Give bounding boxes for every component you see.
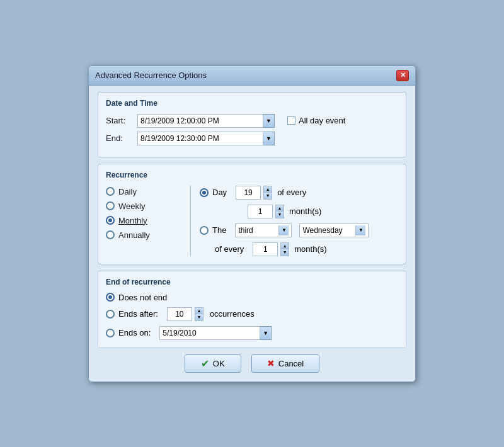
action-buttons: ✔ OK ✖ Cancel [98, 354, 406, 373]
third-dropdown-icon[interactable]: ▼ [278, 225, 289, 235]
third-value: third [238, 226, 253, 235]
ends-after-count-input[interactable] [167, 307, 192, 321]
the-month-spinner-buttons: ▲ ▼ [280, 242, 289, 256]
recurrence-settings: Day ▲ ▼ of every [200, 186, 398, 256]
day-radio[interactable] [200, 188, 209, 197]
day-spinner-group: ▲ ▼ of every [236, 186, 306, 200]
cancel-x-icon: ✖ [267, 358, 275, 368]
end-label: End: [106, 133, 137, 143]
title-bar: Advanced Recurrence Options ✕ [89, 66, 415, 86]
day-month-spinner-up[interactable]: ▲ [276, 205, 284, 212]
date-time-section: Date and Time Start: ▼ All day event End… [98, 92, 406, 157]
month-label-2: month(s) [294, 244, 326, 254]
the-month-spinner-up[interactable]: ▲ [281, 243, 289, 249]
ends-after-spinner-buttons: ▲ ▼ [195, 307, 203, 321]
ends-on-row: Ends on: ▼ [106, 326, 398, 340]
cancel-button[interactable]: ✖ Cancel [251, 354, 319, 373]
ends-on-date-input[interactable] [159, 326, 260, 340]
ends-on-label: Ends on: [118, 328, 151, 337]
wednesday-select[interactable]: Wednesday ▼ [299, 224, 369, 237]
monthly-label: Monthly [118, 216, 147, 225]
ok-label: OK [213, 359, 225, 368]
ends-on-radio[interactable] [106, 329, 115, 337]
all-day-checkbox[interactable] [287, 116, 295, 125]
annually-option[interactable]: Annually [106, 230, 181, 240]
recurrence-section-title: Recurrence [106, 171, 398, 179]
day-recurrence-row: Day ▲ ▼ of every [200, 186, 398, 200]
day-label: Day [212, 188, 227, 197]
ends-after-spinner-down[interactable]: ▼ [195, 314, 203, 320]
weekly-radio[interactable] [106, 201, 115, 210]
weekly-label: Weekly [118, 201, 145, 211]
the-month-count-row: of every ▲ ▼ month(s) [200, 242, 398, 256]
day-month-count-row: ▲ ▼ month(s) [200, 205, 398, 218]
close-button[interactable]: ✕ [396, 70, 409, 81]
start-label: Start: [106, 116, 137, 125]
day-spinner-buttons: ▲ ▼ [263, 186, 272, 200]
ends-after-radio[interactable] [106, 310, 115, 319]
the-label: The [212, 225, 226, 235]
wednesday-value: Wednesday [302, 226, 342, 235]
the-month-spinner-group: ▲ ▼ month(s) [253, 242, 326, 256]
of-every-label-2: of every [215, 244, 244, 254]
annually-radio[interactable] [106, 230, 115, 239]
day-value-input[interactable] [236, 186, 261, 200]
dialog-body: Date and Time Start: ▼ All day event End… [89, 86, 415, 382]
the-radio[interactable] [200, 226, 209, 235]
end-recurrence-title: End of recurrence [106, 278, 398, 286]
end-datetime-input[interactable] [137, 132, 263, 145]
recurrence-options: Daily Weekly Monthly Annually [106, 186, 181, 256]
ends-after-label: Ends after: [118, 309, 158, 319]
ends-after-spinner-up[interactable]: ▲ [195, 308, 203, 314]
monthly-option[interactable]: Monthly [106, 216, 181, 225]
start-row: Start: ▼ All day event [106, 114, 398, 128]
start-datetime-input[interactable] [137, 114, 263, 128]
ends-after-spinner-group: ▲ ▼ occurrences [167, 307, 255, 321]
ok-checkmark-icon: ✔ [201, 358, 209, 370]
ok-button[interactable]: ✔ OK [185, 354, 241, 373]
advanced-recurrence-dialog: Advanced Recurrence Options ✕ Date and T… [88, 65, 416, 382]
the-recurrence-row: The third ▼ Wednesday ▼ [200, 224, 398, 237]
annually-label: Annually [118, 230, 150, 240]
end-datetime-dropdown[interactable]: ▼ [263, 132, 275, 145]
ends-on-dropdown[interactable]: ▼ [260, 326, 272, 340]
does-not-end-label: Does not end [118, 293, 167, 302]
daily-radio[interactable] [106, 187, 115, 196]
the-month-spinner-down[interactable]: ▼ [281, 249, 289, 256]
month-label-1: month(s) [289, 207, 321, 216]
does-not-end-row[interactable]: Does not end [106, 293, 398, 302]
wednesday-dropdown-icon[interactable]: ▼ [355, 225, 365, 235]
of-every-label: of every [277, 188, 306, 197]
recurrence-body: Daily Weekly Monthly Annually [106, 186, 398, 256]
daily-option[interactable]: Daily [106, 187, 181, 196]
monthly-radio[interactable] [106, 216, 115, 225]
does-not-end-radio[interactable] [106, 293, 115, 302]
day-spinner-up[interactable]: ▲ [264, 186, 272, 193]
day-month-spinner-down[interactable]: ▼ [276, 212, 284, 218]
weekly-option[interactable]: Weekly [106, 201, 181, 211]
third-select[interactable]: third ▼ [235, 224, 292, 237]
date-time-section-title: Date and Time [106, 99, 398, 108]
day-spinner-down[interactable]: ▼ [264, 193, 272, 199]
all-day-checkbox-area: All day event [287, 116, 345, 125]
recurrence-section: Recurrence Daily Weekly Monthly [98, 164, 406, 264]
occurrences-label: occurrences [210, 309, 255, 319]
start-datetime-dropdown[interactable]: ▼ [263, 114, 275, 128]
dialog-title: Advanced Recurrence Options [95, 71, 207, 80]
all-day-label: All day event [299, 116, 345, 125]
end-row: End: ▼ [106, 132, 398, 145]
ends-after-row: Ends after: ▲ ▼ occurrences [106, 307, 398, 321]
day-month-count-input[interactable] [248, 205, 273, 218]
end-recurrence-section: End of recurrence Does not end Ends afte… [98, 271, 406, 348]
day-month-spinner-buttons: ▲ ▼ [275, 205, 284, 218]
cancel-label: Cancel [278, 359, 304, 368]
recurrence-divider [190, 186, 191, 256]
daily-label: Daily [118, 187, 137, 196]
the-month-count-input[interactable] [253, 242, 278, 256]
